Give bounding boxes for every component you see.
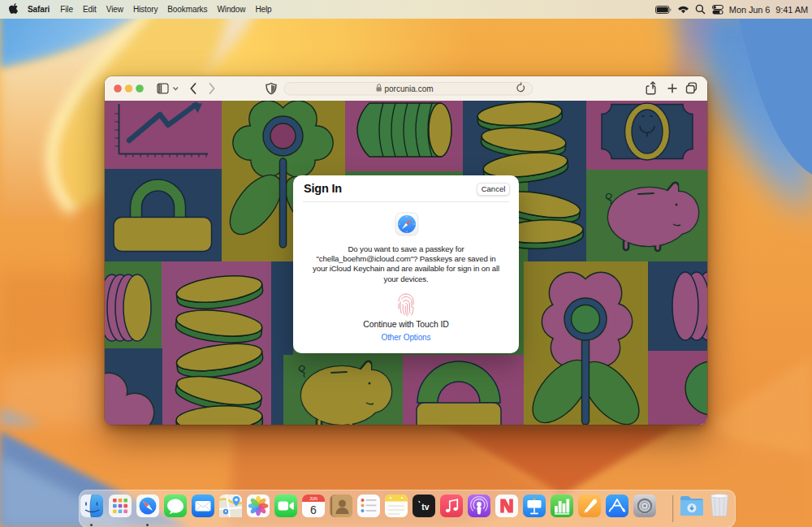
svg-text:porcunia.com: porcunia.com — [385, 84, 434, 93]
svg-text:tv: tv — [421, 502, 429, 512]
svg-text:JUN: JUN — [309, 496, 317, 501]
svg-text:6: 6 — [310, 503, 317, 516]
